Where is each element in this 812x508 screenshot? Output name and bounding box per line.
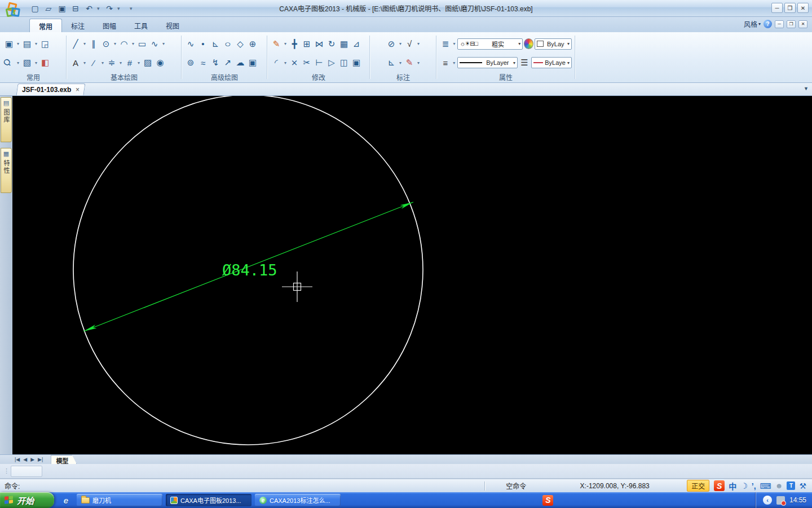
- copy-entity-icon[interactable]: ⊞: [301, 37, 312, 51]
- polygon-icon[interactable]: ◇: [235, 37, 246, 51]
- dimension-icon[interactable]: ⊘: [386, 37, 397, 51]
- side-tab-library[interactable]: ▤ 图库: [1, 97, 12, 142]
- save-file-icon[interactable]: ▣: [56, 3, 68, 14]
- ime-keyboard-icon[interactable]: ⌨: [760, 481, 771, 491]
- dropdown-caret-icon[interactable]: ▾: [283, 60, 288, 65]
- ime-skin-icon[interactable]: T: [787, 481, 795, 490]
- color-select[interactable]: ByLay ▾: [535, 38, 572, 50]
- taskbar-button-browser[interactable]: e CAXA2013标注怎么...: [255, 494, 341, 506]
- trim-icon[interactable]: ✂: [301, 56, 312, 69]
- undo-dropdown-caret-icon[interactable]: ▾: [97, 6, 102, 11]
- tab-common[interactable]: 常用: [29, 19, 62, 32]
- point-line-icon[interactable]: ∕: [88, 56, 99, 69]
- palette-icon[interactable]: ◧: [39, 56, 51, 69]
- undo-icon[interactable]: ↶: [83, 3, 95, 14]
- copy-icon[interactable]: ▣: [3, 37, 15, 51]
- axis-hole-icon[interactable]: #: [124, 56, 135, 69]
- dropdown-caret-icon[interactable]: ▾: [283, 41, 288, 46]
- dropdown-caret-icon[interactable]: ▾: [82, 60, 87, 65]
- ortho-toggle[interactable]: 正交: [687, 480, 709, 492]
- arc-icon[interactable]: ◠: [118, 37, 130, 51]
- next-sheet-icon[interactable]: ▶: [30, 457, 34, 462]
- hatch-icon[interactable]: ▨: [142, 56, 153, 69]
- formula-curve-icon[interactable]: ⊕: [247, 37, 258, 51]
- coordinate-dimension-icon[interactable]: ⊾: [386, 56, 397, 69]
- customize-toolbar-caret-icon[interactable]: ▾: [130, 6, 134, 11]
- panel-grip-icon[interactable]: ⋮: [3, 467, 8, 475]
- dropdown-caret-icon[interactable]: ▾: [118, 60, 123, 65]
- move-icon[interactable]: ╋: [289, 37, 300, 51]
- tab-tools[interactable]: 工具: [125, 19, 157, 32]
- zigzag-line-icon[interactable]: ↯: [210, 56, 221, 69]
- arrow-icon[interactable]: ↗: [222, 56, 233, 69]
- layer-select[interactable]: ☼☀⊟□ 粗实 ▾: [457, 38, 523, 50]
- tray-status-icon[interactable]: [776, 496, 785, 505]
- ime-punctuation-icon[interactable]: ’,: [752, 481, 756, 491]
- linewidth-icon[interactable]: ≡: [440, 56, 451, 69]
- side-tab-properties[interactable]: ▦ 特性: [1, 148, 12, 193]
- wave-line-icon[interactable]: ≈: [197, 56, 209, 69]
- doc-close-button[interactable]: ✕: [798, 20, 807, 28]
- dropdown-caret-icon[interactable]: ▾: [398, 41, 403, 46]
- print-icon[interactable]: ⊟: [70, 3, 81, 14]
- dropdown-caret-icon[interactable]: ▾: [452, 41, 456, 46]
- dropdown-caret-icon[interactable]: ▾: [16, 41, 20, 46]
- mirror-icon[interactable]: ⋈: [314, 37, 325, 51]
- tab-list-caret-icon[interactable]: ▼: [804, 86, 809, 91]
- spline-icon[interactable]: ∿: [149, 37, 160, 51]
- line-icon[interactable]: ╱: [70, 37, 81, 51]
- dropdown-caret-icon[interactable]: ▾: [161, 41, 166, 46]
- style-button[interactable]: 风格▾: [744, 19, 761, 29]
- close-button[interactable]: ✕: [797, 3, 809, 13]
- document-tab-active[interactable]: JSF-01-103.exb ×: [16, 84, 86, 95]
- tab-frame[interactable]: 图幅: [94, 19, 125, 32]
- open-file-icon[interactable]: ▱: [43, 3, 54, 14]
- model-tab[interactable]: 模型: [51, 455, 77, 465]
- refresh-icon[interactable]: ◲: [39, 37, 51, 51]
- multiline-icon[interactable]: ☰: [519, 56, 530, 69]
- taskbar-button-folder[interactable]: 磨刀机: [77, 494, 162, 506]
- edit-dimension-icon[interactable]: ✎: [404, 56, 415, 69]
- command-history-box[interactable]: [11, 466, 42, 477]
- tolerance-icon[interactable]: √: [404, 37, 415, 51]
- erase-icon[interactable]: ✎: [271, 37, 282, 51]
- revision-cloud-icon[interactable]: ☁: [235, 56, 246, 69]
- caxa-logo-icon[interactable]: [5, 1, 25, 21]
- rectangle-icon[interactable]: ▭: [136, 37, 148, 51]
- redo-icon[interactable]: ↷: [104, 3, 115, 14]
- block-icon[interactable]: ▣: [247, 56, 258, 69]
- scale-icon[interactable]: ⊿: [351, 37, 362, 51]
- array-icon[interactable]: ▦: [338, 37, 350, 51]
- circle-tool-icon[interactable]: ⊙: [100, 37, 112, 51]
- taskbar-button-caxa[interactable]: CAXA电子图板2013...: [166, 494, 251, 506]
- drawing-canvas[interactable]: Ø84.15: [12, 96, 812, 454]
- start-button[interactable]: 开始: [0, 492, 54, 508]
- sogou-tray-icon[interactable]: S: [542, 495, 553, 506]
- redo-dropdown-caret-icon[interactable]: ▾: [117, 6, 122, 11]
- image-icon[interactable]: ▧: [21, 56, 33, 69]
- dropdown-caret-icon[interactable]: ▾: [82, 41, 87, 46]
- last-sheet-icon[interactable]: ▶|: [38, 457, 43, 462]
- tab-view[interactable]: 视图: [157, 19, 188, 32]
- dropdown-caret-icon[interactable]: ▾: [100, 60, 105, 65]
- command-prompt[interactable]: 命令:: [5, 481, 484, 491]
- explode-icon[interactable]: ◫: [338, 56, 350, 69]
- restore-button[interactable]: ❒: [784, 3, 796, 13]
- dropdown-caret-icon[interactable]: ▾: [131, 41, 135, 46]
- ime-toolbox-icon[interactable]: ⚒: [799, 481, 806, 491]
- linetype-select[interactable]: ByLayer ▾: [457, 57, 518, 68]
- doc-restore-button[interactable]: ❒: [787, 20, 796, 28]
- help-icon[interactable]: ?: [764, 20, 772, 28]
- doc-minimize-button[interactable]: ─: [775, 20, 784, 28]
- ime-language-icon[interactable]: 中: [729, 480, 736, 492]
- dropdown-caret-icon[interactable]: ▾: [416, 60, 421, 65]
- hide-icons-chevron-icon[interactable]: ‹: [763, 496, 772, 505]
- zoom-icon[interactable]: Ϙ: [0, 54, 17, 72]
- minimize-button[interactable]: ─: [771, 3, 783, 13]
- ellipse-icon[interactable]: ○: [220, 37, 235, 51]
- extend-icon[interactable]: ⊢: [314, 56, 325, 69]
- fill-icon[interactable]: ◉: [155, 56, 166, 69]
- lineweight-select[interactable]: ByLaye ▾: [531, 57, 572, 68]
- break-icon[interactable]: ⨯: [289, 56, 300, 69]
- coordinate-icon[interactable]: ⊾: [210, 37, 221, 51]
